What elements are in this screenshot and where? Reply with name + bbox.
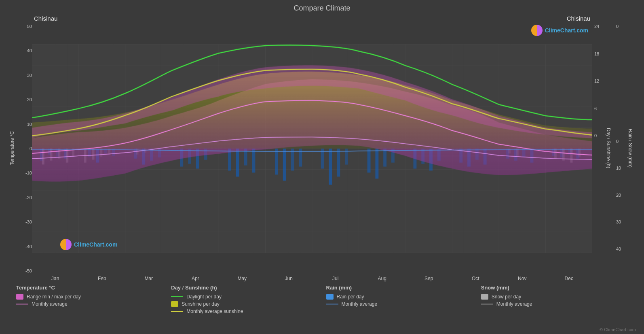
right-axis-sunshine-ticks: 24 18 12 6 0 [592, 15, 604, 281]
month-jun: Jun [266, 276, 312, 281]
logo-icon-top [531, 25, 543, 36]
legend-rain: Rain (mm) Rain per day Monthly average [326, 285, 481, 330]
legend-sunshine-avg-label: Monthly average sunshine [186, 308, 243, 314]
right-axis-rain-label: Rain / Snow (mm) [626, 15, 634, 281]
legend-sunshine-day-label: Sunshine per day [182, 301, 219, 307]
legend-snow-day-label: Snow per day [492, 294, 521, 300]
legend-rain-avg-line [326, 304, 338, 304]
svg-rect-89 [367, 149, 371, 172]
legend-rain-day-label: Rain per day [337, 294, 364, 300]
legend-snow-title: Snow (mm) [481, 285, 636, 291]
svg-rect-91 [383, 149, 386, 167]
city-labels: Chisinau Chisinau [32, 15, 592, 22]
legend-temp-range-label: Range min / max per day [27, 294, 81, 300]
legend-temp-title: Temperature °C [16, 285, 171, 291]
legend-snow-swatch [481, 294, 488, 300]
svg-rect-80 [252, 149, 255, 172]
right-axis-rain-ticks: 0 0 10 20 30 40 [614, 15, 626, 281]
legend-temp-avg: Monthly average [16, 301, 171, 307]
legend-area: Temperature °C Range min / max per day M… [8, 281, 636, 330]
chart-area: Temperature °C 50 40 30 20 10 0 -10 -20 … [8, 15, 636, 281]
page-wrapper: Compare Climate Temperature °C 50 40 30 … [0, 0, 644, 334]
svg-rect-87 [337, 149, 340, 177]
legend-sunshine-title: Day / Sunshine (h) [171, 285, 326, 291]
month-jan: Jan [32, 276, 79, 281]
city-left: Chisinau [34, 15, 57, 22]
month-aug: Aug [359, 276, 406, 281]
legend-temp-range-swatch [16, 294, 23, 300]
legend-snow-avg: Monthly average [481, 301, 636, 307]
logo-text-top: ClimeChart.com [545, 27, 588, 34]
legend-rain-avg: Monthly average [326, 301, 481, 307]
legend-rain-avg-label: Monthly average [342, 301, 378, 307]
svg-rect-82 [283, 149, 286, 181]
month-sep: Sep [405, 276, 452, 281]
legend-daylight: Daylight per day [171, 294, 326, 300]
legend-rain-day: Rain per day [326, 294, 481, 300]
legend-daylight-label: Daylight per day [186, 294, 222, 300]
svg-rect-86 [329, 149, 332, 185]
legend-daylight-line [171, 296, 183, 297]
svg-rect-90 [375, 149, 378, 179]
legend-snow: Snow (mm) Snow per day Monthly average ©… [481, 285, 636, 330]
logo-text-bottom: ClimeChart.com [74, 241, 117, 248]
chart-svg-wrapper: ClimeChart.com ClimeChart.com [32, 23, 592, 274]
legend-sunshine-avg: Monthly average sunshine [171, 308, 326, 314]
svg-rect-78 [236, 149, 239, 177]
legend-temp-avg-label: Monthly average [32, 301, 68, 307]
copyright: © ClimeChart.com [600, 327, 636, 332]
month-mar: Mar [125, 276, 172, 281]
legend-snow-avg-label: Monthly average [496, 301, 532, 307]
legend-temp-avg-line [16, 304, 28, 304]
month-nov: Nov [499, 276, 546, 281]
svg-rect-81 [275, 149, 278, 174]
chart-title: Compare Climate [8, 4, 636, 13]
chart-svg [32, 23, 592, 274]
month-feb: Feb [79, 276, 126, 281]
city-right: Chisinau [567, 15, 590, 22]
legend-sunshine-avg-line [171, 311, 183, 312]
month-dec: Dec [546, 276, 593, 281]
logo-icon-bottom [60, 239, 72, 250]
legend-temperature: Temperature °C Range min / max per day M… [16, 285, 171, 330]
chart-main: Chisinau Chisinau ClimeChart.com ClimeCh… [32, 15, 592, 281]
legend-sunshine-day: Sunshine per day [171, 301, 326, 307]
month-jul: Jul [312, 276, 359, 281]
month-labels: Jan Feb Mar Apr May Jun Jul Aug Sep Oct … [32, 274, 592, 281]
legend-rain-swatch [326, 294, 334, 300]
right-axis-sunshine-label: Day / Sunshine (h) [604, 15, 612, 281]
watermark-bottom-left: ClimeChart.com [60, 239, 117, 250]
svg-rect-83 [291, 149, 294, 170]
legend-snow-day: Snow per day [481, 294, 636, 300]
left-axis-ticks: 50 40 30 20 10 0 -10 -20 -30 -40 -50 [18, 15, 32, 281]
month-may: May [219, 276, 266, 281]
month-oct: Oct [452, 276, 499, 281]
left-axis-label: Temperature °C [8, 15, 16, 281]
month-apr: Apr [172, 276, 219, 281]
legend-sunshine: Day / Sunshine (h) Daylight per day Suns… [171, 285, 326, 330]
legend-temp-range: Range min / max per day [16, 294, 171, 300]
legend-rain-title: Rain (mm) [326, 285, 481, 291]
legend-snow-avg-line [481, 304, 493, 304]
watermark-top-right: ClimeChart.com [531, 25, 588, 36]
legend-sunshine-swatch [171, 301, 178, 307]
